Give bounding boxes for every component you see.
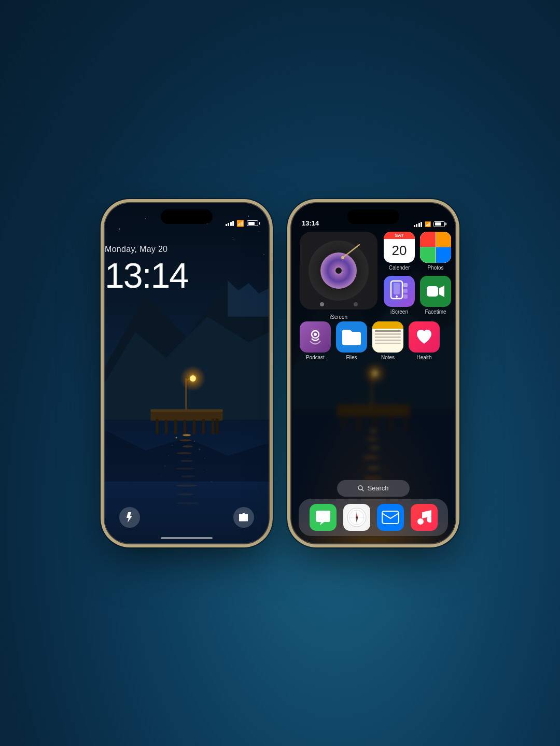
svg-marker-87 [439,286,444,297]
svg-rect-30 [184,419,186,434]
svg-rect-28 [165,419,167,434]
svg-rect-34 [216,418,219,434]
battery-icon [247,220,258,226]
iscreen-app-2[interactable]: iScreen [384,276,415,315]
cal-day: 20 [384,239,415,263]
lock-bottom-controls [105,507,269,528]
safari-icon [343,504,370,531]
apps-right-column: SAT 20 Calender Photos [384,232,447,315]
facetime-app[interactable]: Facetime [420,276,451,315]
svg-point-74 [335,268,342,274]
apps-row-1: SAT 20 Calender Photos [384,232,447,271]
files-label: Files [346,355,357,360]
music-icon [411,504,438,531]
home-indicator [161,537,213,539]
camera-button[interactable] [233,507,254,528]
second-apps-row: Podcast Files [300,321,447,360]
home-screen-phone: 13:14 📶 [290,202,456,544]
photos-label: Photos [427,265,443,271]
apps-row-2: iScreen Facetime [384,276,447,315]
svg-rect-32 [202,418,205,434]
mail-icon [377,504,404,531]
svg-rect-33 [212,418,214,434]
status-icons-lock: 📶 [226,220,259,227]
music-widget-label: iScreen [330,314,347,320]
lock-screen-phone: 📶 Monday, May 20 13:14 [104,202,270,544]
signal-icon-home [414,221,423,227]
svg-rect-81 [394,283,400,294]
svg-rect-83 [403,283,408,287]
search-icon [358,485,364,491]
svg-point-12 [176,484,197,486]
status-icons-home: 📶 [414,221,445,227]
svg-rect-29 [174,419,177,434]
svg-point-78 [341,256,344,259]
messages-icon [310,504,337,531]
wifi-icon-home: 📶 [425,221,431,227]
podcast-label: Podcast [306,355,325,360]
search-bar[interactable]: Search [337,480,410,497]
music-widget[interactable]: iScreen [300,232,377,321]
messages-dock-app[interactable] [310,504,337,531]
podcast-app[interactable]: Podcast [300,321,331,360]
cal-header: SAT [384,232,415,239]
svg-rect-86 [427,286,438,297]
svg-rect-100 [382,511,399,524]
iscreen-icon [384,276,415,307]
podcast-icon [300,321,331,353]
lock-time: 13:14 [105,255,188,295]
lock-date: Monday, May 20 [105,245,167,254]
svg-point-45 [233,238,233,239]
music-dot-1 [320,302,324,306]
safari-dock-app[interactable] [343,504,370,531]
health-app[interactable]: Health [409,321,440,360]
svg-point-99 [356,516,358,518]
music-dot-2 [354,302,358,306]
photos-icon [420,232,451,263]
wifi-icon: 📶 [236,220,244,227]
dock [299,499,448,536]
notes-label: Notes [381,355,395,360]
svg-point-101 [417,518,424,525]
facetime-label: Facetime [425,309,446,315]
files-app[interactable]: Files [336,321,367,360]
svg-point-102 [427,516,431,523]
svg-line-91 [362,489,363,491]
iscreen-label: iScreen [390,309,408,315]
search-bar-label: Search [367,484,388,492]
dynamic-island-home [347,209,399,224]
facetime-icon [420,276,451,307]
svg-point-46 [259,231,259,232]
mail-dock-app[interactable] [377,504,404,531]
calendar-app[interactable]: SAT 20 Calender [384,232,415,271]
svg-point-13 [177,493,194,495]
notes-icon [372,321,403,353]
svg-point-15 [176,437,177,438]
calendar-icon: SAT 20 [384,232,415,263]
music-dock-app[interactable] [411,504,438,531]
svg-rect-84 [403,289,408,293]
svg-point-48 [263,254,264,255]
photos-app[interactable]: Photos [420,232,451,271]
flashlight-button[interactable] [119,507,140,528]
svg-rect-85 [403,294,408,299]
health-label: Health [417,355,432,360]
music-widget-inner [300,232,377,309]
dynamic-island-lock [161,209,213,224]
svg-point-82 [396,295,398,298]
signal-icon [226,220,234,226]
calendar-label: Calender [389,265,410,271]
battery-icon-home [433,221,445,227]
vinyl-record [307,240,370,302]
svg-rect-27 [156,418,158,434]
files-icon [336,321,367,353]
health-icon [409,321,440,353]
svg-point-89 [314,333,317,336]
svg-point-5 [183,434,191,436]
svg-point-38 [190,375,196,381]
notes-app[interactable]: Notes [372,321,403,360]
svg-point-14 [176,502,199,504]
svg-rect-31 [193,419,195,434]
